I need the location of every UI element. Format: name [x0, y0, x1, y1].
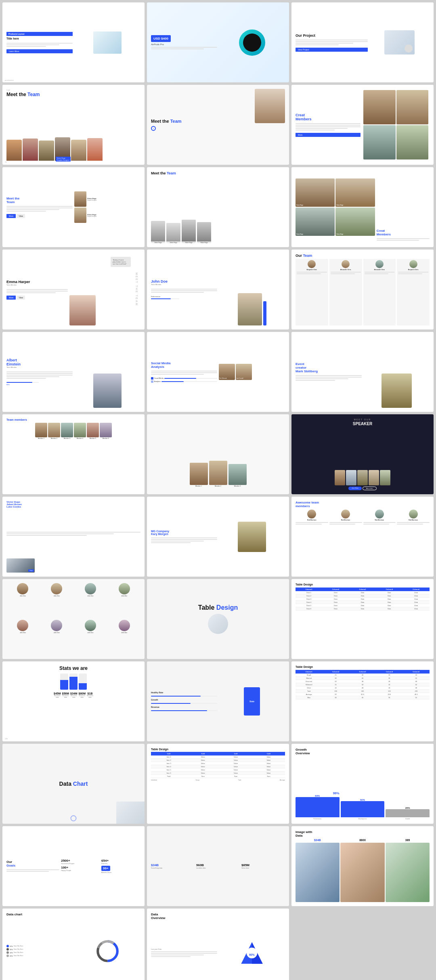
speaker-title: SPEAKER: [296, 422, 430, 426]
data-overview-title: DataOverview: [151, 913, 285, 920]
slide-speaker: MEET OUR SPEAKER Join Now More Info: [291, 414, 434, 494]
event-title: EventcreatorMark Sbillberg: [296, 362, 362, 373]
slide-financial: $34B Something data 960B Lambda data $85…: [147, 826, 289, 906]
slide-meet-team-bw: Meet the Team Victor Hugo Victor Hugo Vi…: [147, 167, 289, 247]
slide-logo: Logo: [6, 89, 140, 91]
slide-team-members-row: Team members Member 1 Member 2 Member 3 …: [2, 414, 145, 494]
emma-role: Team Member: [6, 284, 68, 286]
social-title: Social MediaAnalysis: [151, 361, 217, 369]
mg-title: MG CompanyKary Morgen: [151, 530, 217, 535]
btn-1[interactable]: More: [6, 214, 16, 218]
slide-footer: presentation: [5, 79, 14, 81]
emma-btn2[interactable]: View: [17, 296, 25, 300]
svg-text:60%: 60%: [249, 953, 254, 956]
product-label: Products Layout: [6, 32, 73, 36]
slide-meet-team-right: Meet the Team i: [147, 85, 289, 165]
slide-creat-members-top: CreatMembers More: [291, 85, 434, 165]
slides-grid: Products Layout Title here Learn More pr…: [0, 0, 436, 980]
slide-meet-team-large: Logo Meet the Team Victor HugoGraphic De…: [2, 85, 145, 165]
slide-mg-company: MG CompanyKary Morgen: [147, 497, 289, 577]
table3-title: Table Design: [151, 748, 285, 751]
slide-our-project: Our Project View Project: [291, 2, 434, 82]
stats-title: Stats we are: [6, 665, 140, 671]
meet-team-title-2: Meet the Team: [151, 119, 211, 124]
slide-profile-grid: John Doe John Doe John Doe John Doe John…: [2, 579, 145, 659]
slide-table-design-hero: Table Design: [147, 579, 289, 659]
john-name: John Doe: [151, 279, 217, 283]
table-design-hero-title: Table Design: [198, 604, 238, 611]
slide-emma-harper: Emma Harper Team Member More View "A pla…: [2, 250, 145, 329]
meet-team-small-title: Meet theTeam: [6, 197, 73, 204]
luke-name: Luke Combs: [6, 506, 140, 508]
speaker-subtitle: MEET OUR: [296, 418, 430, 421]
slide-table-3: Table Design Col1Col2Col3Col4 Item 1Valu…: [147, 744, 289, 824]
awesome-title: Awesome teammembers: [296, 501, 430, 508]
slide-products-layout: Products Layout Title here Learn More pr…: [2, 2, 145, 82]
emma-btn1[interactable]: More: [6, 296, 16, 300]
svg-point-3: [98, 941, 117, 961]
slide-stats: Stats we are $45MStructuresstats $56MStr…: [2, 661, 145, 741]
growth-title: GrowthOverview: [296, 748, 430, 755]
icon-circle: i: [151, 126, 156, 131]
donut-title: Data chart: [6, 913, 140, 916]
slide-stats-icons: Healthy Rate Growth Revenue Stats: [147, 661, 289, 741]
meet-team-title: Meet the Team: [6, 92, 140, 97]
product-subtitle: Title here: [6, 37, 73, 40]
slide-data-chart-hero: Data Chart: [2, 744, 145, 824]
product-name: AirPods Pro: [151, 43, 217, 46]
table2-title: Table Design: [296, 665, 430, 668]
slide-table-2: Table Design Column1Column2Column3Column…: [291, 661, 434, 741]
creat-members-title: CreatMembers: [296, 113, 361, 121]
slide-growth: GrowthOverview 99% 60% Performance 50% D…: [291, 744, 434, 824]
slide-image-data: Image withData $34B 8800 389: [291, 826, 434, 906]
creat-members-title-2: CreatMembers: [377, 229, 430, 236]
emma-name: Emma Harper: [6, 280, 68, 284]
slide-our-goals: OurGoals 2500+Successful Project 654+Par…: [2, 826, 145, 906]
slide-team-3: Member 1 Member 2 Member 3: [147, 414, 289, 494]
slide-airpods: USD $400 AirPods Pro: [147, 2, 289, 82]
speaker-btn2[interactable]: More Info: [363, 487, 377, 490]
more-btn[interactable]: More: [296, 133, 361, 137]
speaker-btn[interactable]: Join Now: [348, 487, 361, 490]
view-btn[interactable]: View Project: [296, 48, 368, 52]
slide-john-doe: John Doe Team Member Performance: [147, 250, 289, 329]
slide-our-team: Our Team Benjamin Chris Alexander Chris …: [291, 250, 434, 329]
project-title: Our Project: [296, 34, 368, 38]
meet-team-bw-title: Meet the Team: [151, 171, 285, 175]
slide-data-donut: Data chart 50%Data Title Here 30%Data Ti…: [2, 909, 145, 980]
slide-number: 79: [5, 161, 6, 163]
team-members-title: Team members: [6, 418, 140, 421]
slide-event-creator: EventcreatorMark Sbillberg: [291, 332, 434, 412]
slide-social-media: Social MediaAnalysis Social Media Analyt…: [147, 332, 289, 412]
slide-table-1: Table Design Column1Column2Column3Column…: [291, 579, 434, 659]
data-chart-title: Data Chart: [59, 781, 88, 787]
name-tag: Victor HugoGraphic Designer: [56, 157, 71, 162]
image-data-title: Image withData: [296, 830, 430, 837]
albert-name: AlbertEinstein: [6, 358, 73, 366]
table1-title: Table Design: [296, 583, 430, 586]
goals-title: OurGoals: [6, 860, 59, 867]
btn-2[interactable]: View: [17, 214, 25, 218]
john-role: Team Member: [151, 283, 217, 285]
slide-creat-members-grid: Victor Hugo Victor Hugo Victor Hugo Vict…: [291, 167, 434, 247]
slide-data-overview: DataOverview Last year Data 60%: [147, 909, 289, 980]
our-team-title: Our Team: [296, 254, 430, 258]
slide-three-people: Victor Hugo Jabari Brown Luke Combs Stag…: [2, 497, 145, 577]
slide-awesome-team: Awesome teammembers Rob Morrisan Rob Mor…: [291, 497, 434, 577]
slide-meet-team-small: Meet theTeam More View Victor Hugo Graph…: [2, 167, 145, 247]
slide-albert: AlbertEinstein Team Member 80%: [2, 332, 145, 412]
learn-more-btn[interactable]: Learn More: [6, 49, 73, 53]
price-tag: USD $400: [151, 35, 171, 42]
